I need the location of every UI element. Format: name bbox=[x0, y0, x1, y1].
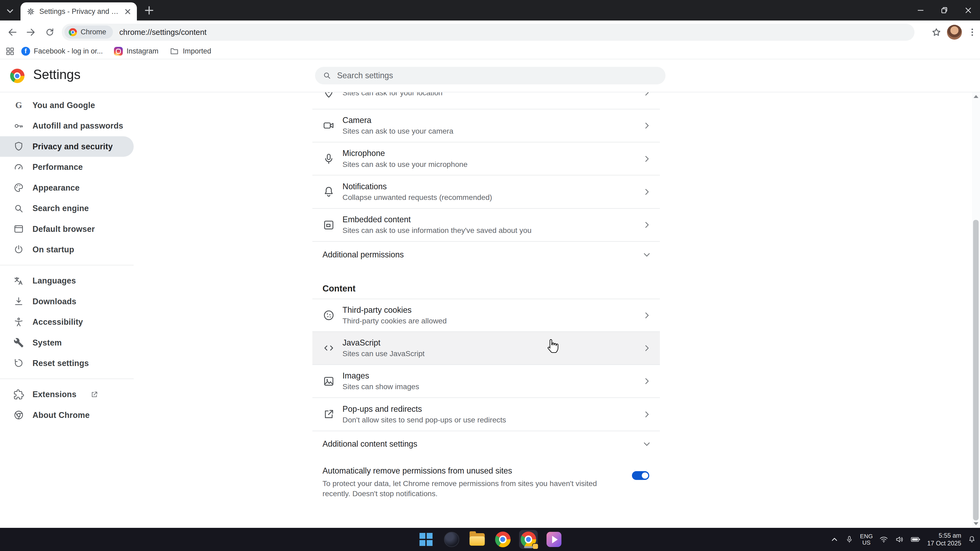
site-info-chip[interactable]: Chrome bbox=[64, 25, 113, 39]
reset-icon bbox=[13, 357, 24, 368]
row-microphone[interactable]: Microphone Sites can ask to use your mic… bbox=[312, 142, 660, 175]
scrollbar-down-arrow[interactable] bbox=[972, 520, 980, 528]
sidebar-item-default-browser[interactable]: Default browser bbox=[0, 219, 134, 239]
chrome-active-window-button[interactable] bbox=[519, 530, 538, 549]
sidebar-item-appearance[interactable]: Appearance bbox=[0, 177, 134, 198]
battery-icon[interactable] bbox=[910, 535, 921, 544]
additional-permissions-expander[interactable]: Additional permissions bbox=[312, 242, 660, 267]
download-icon bbox=[13, 296, 24, 307]
running-indicator bbox=[524, 546, 533, 548]
page-scrollbar[interactable] bbox=[972, 92, 980, 528]
tray-overflow-chevron-icon[interactable] bbox=[830, 535, 839, 544]
sidebar-item-extensions[interactable]: Extensions bbox=[0, 384, 134, 405]
start-button[interactable] bbox=[417, 530, 435, 549]
scrollbar-up-arrow[interactable] bbox=[972, 92, 980, 101]
scrollbar-thumb[interactable] bbox=[973, 220, 978, 520]
window-restore-button[interactable] bbox=[932, 0, 956, 21]
sidebar-item-label: Appearance bbox=[32, 183, 80, 192]
row-subtitle: Third-party cookies are allowed bbox=[342, 316, 447, 326]
chevron-right-icon bbox=[642, 154, 652, 164]
sidebar-item-you-and-google[interactable]: G You and Google bbox=[0, 95, 134, 116]
file-explorer-icon bbox=[470, 533, 485, 546]
bookmark-instagram[interactable]: Instagram bbox=[109, 45, 163, 57]
language-indicator[interactable]: ENG US bbox=[860, 533, 873, 546]
row-images[interactable]: Images Sites can show images bbox=[312, 365, 660, 398]
row-title: JavaScript bbox=[342, 338, 425, 348]
sidebar-item-search-engine[interactable]: Search engine bbox=[0, 198, 134, 219]
tab-search-icon[interactable] bbox=[5, 6, 15, 16]
browser-tab[interactable]: Settings - Privacy and security bbox=[21, 2, 137, 21]
sidebar-item-privacy-and-security[interactable]: Privacy and security bbox=[0, 136, 134, 157]
apps-grid-icon[interactable] bbox=[5, 46, 15, 56]
bookmark-folder-imported[interactable]: Imported bbox=[165, 45, 216, 57]
window-close-button[interactable] bbox=[956, 0, 980, 21]
notification-bell-icon[interactable] bbox=[967, 535, 976, 544]
chevron-down-icon bbox=[642, 439, 652, 449]
sidebar-item-performance[interactable]: Performance bbox=[0, 157, 134, 177]
time-text: 5:55 am bbox=[927, 532, 961, 539]
sidebar-item-label: Downloads bbox=[32, 297, 76, 306]
speaker-icon[interactable] bbox=[895, 535, 904, 544]
sidebar-item-system[interactable]: System bbox=[0, 332, 134, 353]
auto-remove-toggle[interactable] bbox=[632, 471, 649, 480]
browser-icon bbox=[13, 223, 24, 235]
row-notifications[interactable]: Notifications Collapse unwanted requests… bbox=[312, 175, 660, 208]
sidebar-item-autofill[interactable]: Autofill and passwords bbox=[0, 116, 134, 136]
media-player-icon bbox=[546, 532, 562, 547]
additional-content-settings-expander[interactable]: Additional content settings bbox=[312, 431, 660, 457]
bookmark-facebook[interactable]: f Facebook - log in or... bbox=[16, 45, 108, 57]
row-embedded-content[interactable]: Embedded content Sites can ask to use in… bbox=[312, 209, 660, 242]
row-javascript[interactable]: JavaScript Sites can use JavaScript bbox=[312, 332, 660, 365]
bookmark-star-icon[interactable] bbox=[931, 27, 942, 38]
date-text: 17 Oct 2025 bbox=[927, 540, 961, 547]
search-icon bbox=[323, 71, 332, 80]
mic-icon[interactable] bbox=[845, 535, 854, 544]
new-tab-button[interactable] bbox=[144, 5, 154, 16]
search-input[interactable] bbox=[337, 71, 658, 80]
row-title: Pop-ups and redirects bbox=[342, 404, 506, 414]
back-button[interactable] bbox=[4, 24, 21, 40]
location-pin-icon bbox=[323, 92, 335, 99]
row-title: Notifications bbox=[342, 181, 492, 192]
facebook-icon: f bbox=[21, 47, 30, 56]
speedometer-icon bbox=[13, 162, 24, 173]
profile-avatar[interactable] bbox=[947, 25, 962, 40]
tab-close-icon[interactable] bbox=[123, 7, 132, 16]
mouse-cursor-hand bbox=[546, 338, 559, 354]
sidebar-item-about-chrome[interactable]: About Chrome bbox=[0, 405, 134, 426]
chevron-right-icon bbox=[642, 187, 652, 197]
sidebar-item-languages[interactable]: Languages bbox=[0, 270, 134, 291]
wrench-icon bbox=[13, 337, 24, 348]
windows-logo-icon bbox=[419, 533, 433, 546]
window-minimize-button[interactable] bbox=[908, 0, 932, 21]
setting-description: To protect your data, let Chrome remove … bbox=[323, 479, 621, 499]
browser-menu-icon[interactable] bbox=[967, 27, 978, 38]
sidebar-item-reset-settings[interactable]: Reset settings bbox=[0, 353, 134, 373]
clock[interactable]: 5:55 am 17 Oct 2025 bbox=[927, 532, 961, 547]
reload-button[interactable] bbox=[41, 24, 58, 40]
wifi-icon[interactable] bbox=[879, 535, 888, 544]
sidebar-item-on-startup[interactable]: On startup bbox=[0, 239, 134, 260]
forward-button[interactable] bbox=[22, 24, 39, 40]
settings-search[interactable] bbox=[315, 67, 666, 84]
chevron-right-icon bbox=[642, 92, 652, 97]
row-camera[interactable]: Camera Sites can ask to use your camera bbox=[312, 110, 660, 142]
row-third-party-cookies[interactable]: Third-party cookies Third-party cookies … bbox=[312, 299, 660, 332]
row-title: Microphone bbox=[342, 148, 468, 159]
expander-label: Additional content settings bbox=[323, 439, 417, 449]
row-subtitle: Sites can ask to use your microphone bbox=[342, 159, 468, 170]
sidebar-item-label: Privacy and security bbox=[32, 142, 113, 151]
sidebar-item-accessibility[interactable]: Accessibility bbox=[0, 312, 134, 332]
sidebar-item-downloads[interactable]: Downloads bbox=[0, 291, 134, 312]
sidebar-item-label: Reset settings bbox=[32, 359, 89, 368]
app-badge bbox=[532, 543, 538, 549]
media-player-button[interactable] bbox=[545, 530, 563, 549]
file-explorer-button[interactable] bbox=[468, 530, 487, 549]
url-text[interactable]: chrome://settings/content bbox=[119, 28, 207, 37]
row-popups-redirects[interactable]: Pop-ups and redirects Don't allow sites … bbox=[312, 398, 660, 431]
chrome-app-button[interactable] bbox=[493, 530, 512, 549]
bookmark-label: Instagram bbox=[126, 47, 158, 56]
row-location[interactable]: Sites can ask for your location bbox=[312, 92, 660, 109]
address-bar[interactable]: Chrome chrome://settings/content bbox=[62, 24, 914, 40]
dark-circle-app-button[interactable] bbox=[442, 530, 461, 549]
